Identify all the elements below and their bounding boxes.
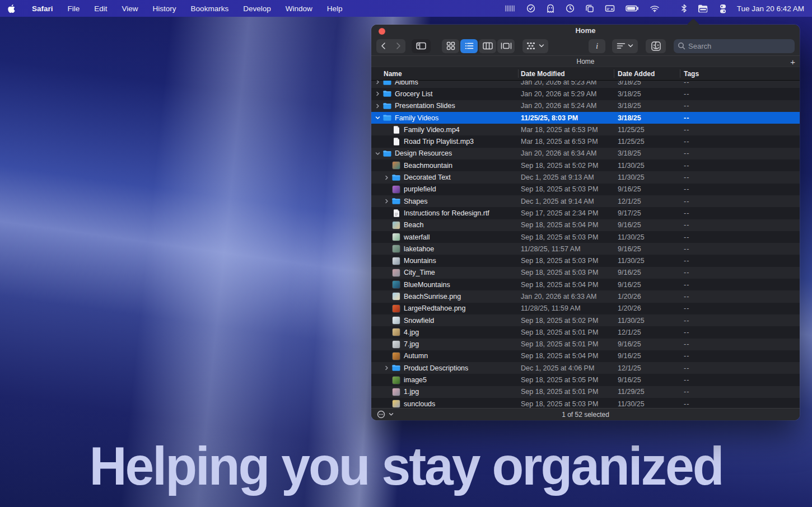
clock-icon[interactable]	[566, 4, 575, 13]
toolbar-right: i	[589, 39, 795, 53]
battery-icon[interactable]	[626, 5, 639, 12]
wifi-icon[interactable]	[650, 5, 660, 12]
table-row[interactable]: 1.jpgSep 18, 2025 at 5:01 PM11/29/25--	[371, 386, 800, 398]
image-thumbnail-icon	[392, 245, 400, 253]
sidebar-toggle-button[interactable]	[412, 39, 431, 53]
table-row[interactable]: SnowfieldSep 18, 2025 at 5:02 PM11/30/25…	[371, 314, 800, 326]
table-row[interactable]: AutumnSep 18, 2025 at 5:04 PM9/16/25--	[371, 350, 800, 362]
menu-edit[interactable]: Edit	[94, 4, 107, 13]
menu-window[interactable]: Window	[286, 4, 312, 13]
menu-help[interactable]: Help	[327, 4, 343, 13]
table-row[interactable]: Product DescriptionsDec 1, 2025 at 4:06 …	[371, 362, 800, 374]
table-row[interactable]: purplefieldSep 18, 2025 at 5:03 PM9/16/2…	[371, 184, 800, 195]
table-row[interactable]: City_TimeSep 18, 2025 at 5:03 PM9/16/25-…	[371, 267, 800, 279]
table-row[interactable]: BeachSep 18, 2025 at 5:04 PM9/16/25--	[371, 219, 800, 231]
disclosure-closed-icon[interactable]	[375, 91, 380, 96]
table-row[interactable]: Grocery ListJan 20, 2026 at 5:29 AM3/18/…	[371, 88, 800, 100]
date-added: 12/1/25	[618, 328, 641, 336]
table-row[interactable]: ShapesDec 1, 2025 at 9:14 AM12/1/25--	[371, 195, 800, 207]
tags-value: --	[684, 304, 689, 312]
window-title: Home	[575, 26, 595, 35]
table-row[interactable]: Presentation SlidesJan 20, 2026 at 5:24 …	[371, 100, 800, 112]
disclosure-open-icon[interactable]	[375, 115, 380, 120]
tags-value: --	[684, 162, 689, 170]
menu-develop[interactable]: Develop	[243, 4, 271, 13]
menu-bookmarks[interactable]: Bookmarks	[191, 4, 229, 13]
menu-history[interactable]: History	[153, 4, 176, 13]
table-row[interactable]: Family Video.mp4Mar 18, 2025 at 6:53 PM1…	[371, 124, 800, 135]
search-input[interactable]	[688, 42, 791, 50]
table-row[interactable]: BeachmountainSep 18, 2025 at 5:02 PM11/3…	[371, 159, 800, 171]
path-label[interactable]: Home	[576, 58, 594, 65]
check-circle-icon[interactable]	[526, 4, 535, 13]
table-row[interactable]: Decorated TextDec 1, 2025 at 9:13 AM11/3…	[371, 171, 800, 183]
table-row[interactable]: Family Videos11/25/25, 8:03 PM3/18/25--	[371, 112, 800, 124]
card-icon[interactable]	[605, 4, 615, 12]
date-modified: Sep 18, 2025 at 5:05 PM	[521, 376, 598, 384]
view-columns-button[interactable]	[479, 39, 496, 53]
table-row[interactable]: BlueMountainsSep 18, 2025 at 5:04 PM9/16…	[371, 279, 800, 290]
table-row[interactable]: AlbumsJan 20, 2026 at 5:23 AM3/18/25--	[371, 81, 800, 88]
disclosure-closed-icon[interactable]	[384, 199, 389, 204]
thumbnail	[393, 293, 400, 300]
table-row[interactable]: image5Sep 18, 2025 at 5:05 PM9/16/25--	[371, 374, 800, 386]
menu-bar-left: Safari File Edit View History Bookmarks …	[8, 4, 342, 13]
tags-value: --	[684, 198, 689, 205]
date-modified: Sep 18, 2025 at 5:03 PM	[521, 269, 598, 276]
table-row[interactable]: MountainsSep 18, 2025 at 5:03 PM11/30/25…	[371, 255, 800, 266]
column-header-name[interactable]: Name	[384, 67, 402, 80]
bluetooth-icon[interactable]	[681, 4, 687, 13]
get-info-button[interactable]: i	[589, 39, 605, 53]
disclosure-closed-icon[interactable]	[384, 365, 389, 370]
menu-app-name[interactable]: Safari	[32, 4, 53, 13]
column-header-tags[interactable]: Tags	[684, 67, 699, 80]
table-row[interactable]: Road Trip Playlist.mp3Mar 18, 2025 at 6:…	[371, 135, 800, 147]
menu-file[interactable]: File	[68, 4, 80, 13]
tags-value: --	[684, 81, 689, 86]
view-gallery-button[interactable]	[497, 39, 515, 53]
image-thumbnail-icon	[392, 317, 400, 325]
disclosure-open-icon[interactable]	[375, 151, 380, 156]
image-thumbnail-icon	[392, 233, 400, 241]
table-row[interactable]: laketahoe11/28/25, 11:57 AM9/16/25--	[371, 243, 800, 255]
table-row[interactable]: Instructions for Redesign.rtfSep 17, 202…	[371, 207, 800, 219]
tags-value: --	[684, 388, 689, 396]
table-row[interactable]: 7.jpgSep 18, 2025 at 5:01 PM9/16/25--	[371, 339, 800, 350]
date-modified: Sep 18, 2025 at 5:04 PM	[521, 281, 598, 289]
group-by-button[interactable]	[522, 39, 548, 53]
reveal-in-finder-button[interactable]	[646, 39, 666, 53]
tags-value: --	[684, 293, 689, 301]
column-header-date-added[interactable]: Date Added	[618, 67, 655, 80]
menu-bar-clock[interactable]: Tue Jan 20 6:42 AM	[737, 4, 804, 13]
folder-icon	[383, 149, 391, 157]
view-grid-button[interactable]	[442, 39, 459, 53]
date-modified: Sep 18, 2025 at 5:04 PM	[521, 221, 598, 229]
table-row[interactable]: LargeRedtahoe.png11/28/25, 11:59 AM1/20/…	[371, 303, 800, 314]
add-button[interactable]: +	[790, 56, 795, 67]
table-row[interactable]: Design ResourcesJan 20, 2026 at 6:34 AM3…	[371, 148, 800, 159]
disclosure-closed-icon[interactable]	[375, 104, 380, 109]
forward-button[interactable]	[391, 39, 405, 53]
disclosure-closed-icon[interactable]	[375, 81, 380, 84]
view-list-button[interactable]	[460, 39, 478, 53]
menu-view[interactable]: View	[122, 4, 138, 13]
disclosure-closed-icon[interactable]	[384, 175, 389, 180]
copy-icon[interactable]	[585, 4, 594, 13]
search-field[interactable]	[674, 39, 795, 53]
folder-open-icon[interactable]	[698, 4, 708, 13]
bars-icon[interactable]	[505, 4, 516, 12]
file-name: Family Video.mp4	[404, 126, 460, 134]
ghost-icon[interactable]	[546, 4, 555, 13]
action-menu-button[interactable]	[612, 39, 638, 53]
column-header-date-modified[interactable]: Date Modified	[521, 67, 565, 80]
profile-icon[interactable]	[719, 4, 727, 13]
table-row[interactable]: 4.jpgSep 18, 2025 at 5:01 PM12/1/25--	[371, 326, 800, 338]
table-row[interactable]: waterfallSep 18, 2025 at 5:03 PM11/30/25…	[371, 231, 800, 243]
file-list: AlbumsJan 20, 2026 at 5:23 AM3/18/25--Gr…	[371, 81, 800, 408]
apple-menu[interactable]	[8, 4, 16, 13]
close-button[interactable]	[379, 28, 385, 35]
table-row[interactable]: suncloudsSep 18, 2025 at 5:03 PM11/30/25…	[371, 398, 800, 408]
back-button[interactable]	[376, 39, 391, 53]
image-thumbnail-icon	[392, 328, 400, 336]
table-row[interactable]: BeachSunrise.pngJan 20, 2026 at 6:33 AM1…	[371, 290, 800, 302]
